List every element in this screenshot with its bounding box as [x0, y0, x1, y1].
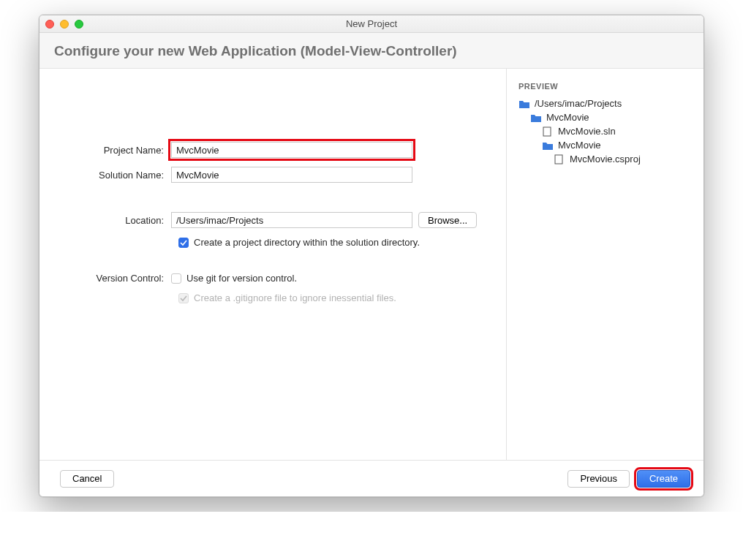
version-control-label: Version Control: [69, 273, 171, 284]
minimize-window-button[interactable] [60, 20, 69, 29]
titlebar: New Project [39, 15, 704, 33]
tree-label: MvcMovie.sln [558, 126, 616, 137]
tree-folder: MvcMovie [518, 138, 692, 152]
location-row: Location: Browse... [69, 212, 491, 228]
project-name-row: Project Name: [69, 142, 491, 158]
gitignore-label: Create a .gitignore file to ignore iness… [194, 292, 396, 303]
create-button[interactable]: Create [637, 470, 690, 488]
tree-file: MvcMovie.csproj [518, 152, 692, 166]
file-icon [542, 126, 554, 137]
browse-button[interactable]: Browse... [418, 212, 477, 228]
check-icon [180, 295, 187, 302]
tree-label: MvcMovie [546, 112, 589, 123]
folder-icon [518, 99, 530, 109]
project-name-label: Project Name: [69, 145, 171, 156]
cancel-button[interactable]: Cancel [60, 470, 114, 488]
preview-panel: PREVIEW /Users/imac/Projects MvcMovie Mv… [506, 69, 704, 460]
folder-icon [542, 140, 554, 151]
project-name-input[interactable] [171, 142, 412, 158]
use-git-checkbox[interactable] [171, 273, 181, 284]
gitignore-checkbox-row: Create a .gitignore file to ignore iness… [178, 292, 491, 303]
solution-name-label: Solution Name: [69, 170, 171, 181]
create-directory-checkbox[interactable] [178, 238, 189, 248]
create-directory-label: Create a project directory within the so… [194, 237, 420, 248]
tree-label: MvcMovie.csproj [570, 154, 641, 164]
tree-label: /Users/imac/Projects [535, 98, 622, 109]
tree-file: MvcMovie.sln [518, 124, 692, 138]
form-area: Project Name: Solution Name: Location: B… [39, 69, 506, 460]
folder-icon [530, 113, 542, 123]
previous-button[interactable]: Previous [567, 470, 630, 488]
zoom-window-button[interactable] [75, 20, 83, 29]
tree-label: MvcMovie [558, 140, 601, 151]
preview-title: PREVIEW [518, 82, 692, 91]
close-window-button[interactable] [45, 20, 54, 29]
use-git-label: Use git for version control. [186, 273, 297, 284]
new-project-window: New Project Configure your new Web Appli… [39, 15, 704, 497]
window-title: New Project [39, 18, 704, 29]
check-icon [180, 239, 187, 246]
dialog-body: Project Name: Solution Name: Location: B… [39, 69, 704, 460]
location-input[interactable] [171, 212, 412, 228]
svg-rect-1 [555, 155, 562, 164]
file-icon [554, 154, 565, 164]
svg-rect-0 [543, 127, 551, 136]
gitignore-checkbox [178, 293, 189, 303]
page-heading: Configure your new Web Application (Mode… [39, 33, 704, 69]
window-controls [45, 20, 83, 29]
version-control-row: Version Control: Use git for version con… [69, 273, 491, 284]
tree-folder: /Users/imac/Projects [518, 97, 692, 110]
solution-name-row: Solution Name: [69, 167, 491, 183]
tree-folder: MvcMovie [518, 110, 692, 124]
location-label: Location: [69, 215, 171, 226]
solution-name-input[interactable] [171, 167, 412, 183]
create-directory-checkbox-row[interactable]: Create a project directory within the so… [178, 237, 491, 248]
footer: Cancel Previous Create [39, 460, 704, 496]
